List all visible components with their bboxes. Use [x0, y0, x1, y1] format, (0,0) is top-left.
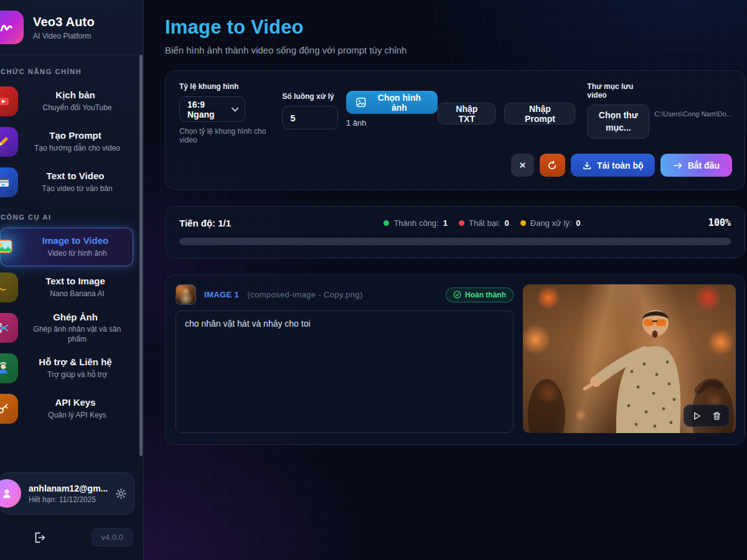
banana-icon — [0, 273, 18, 302]
result-thumbnail — [176, 284, 196, 305]
user-expiry: Hết hạn: 11/12/2025 — [29, 495, 108, 504]
page-title: Image to Video — [165, 16, 745, 39]
trash-icon — [712, 411, 721, 421]
sidebar-item-title: Kịch bản — [17, 90, 133, 101]
key-icon — [0, 394, 18, 424]
aspect-ratio-select[interactable]: 16:9 Ngang — [179, 96, 245, 122]
sidebar-item-text-to-image[interactable]: Text to Image Nano Banana AI — [0, 268, 133, 307]
progress-panel: Tiến độ: 1/1 Thành công: 1 Thất bại: 0 — [165, 206, 745, 258]
status-label: Hoàn thành — [465, 291, 506, 299]
video-preview[interactable] — [523, 284, 736, 433]
page-subtitle: Biến hình ảnh thành video sống động với … — [165, 45, 745, 55]
aspect-ratio-label: Tỷ lệ khung hình — [179, 82, 282, 91]
processing-dot-icon — [520, 220, 526, 226]
actions-row: × Tải toàn bộ Bắt đầu — [179, 154, 732, 177]
legend-processing: Đang xử lý: 0 — [520, 218, 581, 228]
success-value: 1 — [443, 218, 448, 228]
logout-icon[interactable] — [32, 531, 46, 544]
delete-button[interactable] — [708, 408, 725, 423]
image-icon — [0, 232, 19, 262]
sidebar-item-subtitle: Tạo hướng dẫn cho video — [17, 144, 133, 154]
progress-legend: Thành công: 1 Thất bại: 0 Đang xử lý: 0 — [359, 218, 580, 228]
success-dot-icon — [383, 220, 389, 226]
aspect-ratio-value: 16:9 Ngang — [187, 100, 232, 119]
play-icon — [692, 411, 702, 421]
section-label-ai-tools: CÔNG CỤ AI — [0, 203, 143, 226]
app-window: Veo3 Auto AI Video Platform CHỨC NĂNG CH… — [0, 0, 747, 560]
video-controls — [684, 404, 730, 427]
aspect-ratio-hint: Chọn tỷ lệ khung hình cho video — [179, 127, 282, 144]
threads-label: Số luồng xử lý — [282, 92, 346, 101]
threads-input[interactable] — [282, 106, 338, 129]
threads-field: Số luồng xử lý — [282, 92, 346, 129]
result-filename: (composed-image - Copy.png) — [247, 290, 362, 299]
progress-percent: 100% — [708, 217, 731, 228]
prompt-textarea[interactable]: cho nhân vật hát và nhảy cho toi — [176, 310, 514, 433]
sidebar-item-subtitle: Video từ hình ảnh — [18, 249, 133, 259]
pencil-icon — [0, 127, 18, 157]
sidebar-item-title: Ghép Ảnh — [17, 312, 133, 324]
sidebar: Veo3 Auto AI Video Platform CHỨC NĂNG CH… — [0, 0, 144, 560]
legend-fail: Thất bại: 0 — [459, 218, 509, 228]
sidebar-item-subtitle: Trợ giúp và hỗ trợ — [17, 370, 133, 380]
processing-label: Đang xử lý: — [530, 218, 572, 228]
refresh-button[interactable] — [540, 154, 565, 177]
sidebar-item-image-to-video[interactable]: Image to Video Video từ hình ảnh — [0, 228, 133, 266]
processing-value: 0 — [576, 218, 580, 228]
support-agent-icon — [0, 353, 18, 383]
import-txt-button[interactable]: Nhập TXT — [438, 103, 496, 124]
start-label: Bắt đầu — [688, 161, 720, 170]
select-image-label: Chọn hình ảnh — [371, 93, 428, 113]
progress-bar-fill — [179, 238, 731, 245]
gear-icon[interactable] — [115, 488, 127, 500]
sidebar-item-ho-tro[interactable]: Hỗ trợ & Liên hệ Trợ giúp và hỗ trợ — [0, 349, 133, 388]
film-icon — [0, 167, 18, 197]
folder-field: Thư mục lưu video Chọn thư mục... C:\Use… — [587, 82, 732, 139]
app-logo-icon — [0, 11, 24, 44]
download-all-button[interactable]: Tải toàn bộ — [571, 154, 655, 177]
result-panel: IMAGE 1 (composed-image - Copy.png) Hoàn… — [165, 274, 745, 445]
choose-folder-button[interactable]: Chọn thư mục... — [587, 105, 649, 139]
sidebar-item-title: Text to Image — [17, 276, 133, 287]
sidebar-scrollbar[interactable] — [139, 55, 143, 456]
image-count: 1 ảnh — [346, 118, 438, 128]
section-label-main: CHỨC NĂNG CHÍNH — [0, 58, 143, 80]
chevron-down-icon — [232, 107, 238, 112]
import-prompt-button[interactable]: Nhập Prompt — [504, 103, 575, 124]
success-label: Thành công: — [393, 218, 438, 228]
arrow-right-icon — [673, 161, 683, 170]
sidebar-item-ghep-anh[interactable]: Ghép Ảnh Ghép ảnh nhân vật và sản phẩm — [0, 309, 133, 347]
folder-label: Thư mục lưu video — [587, 82, 649, 100]
download-icon — [582, 161, 592, 170]
start-button[interactable]: Bắt đầu — [660, 154, 732, 177]
fail-dot-icon — [459, 220, 464, 226]
image-icon — [356, 97, 366, 108]
user-email: anhlanam12@gm... — [29, 483, 108, 493]
sidebar-item-api-keys[interactable]: API Keys Quản lý API Keys — [0, 390, 133, 428]
fail-value: 0 — [505, 218, 509, 228]
sidebar-item-title: Hỗ trợ & Liên hệ — [17, 357, 133, 368]
sidebar-item-kich-ban[interactable]: Kịch bản Chuyển đổi YouTube — [0, 82, 133, 121]
controls-panel: Tỷ lệ khung hình 16:9 Ngang Chọn tỷ lệ k… — [165, 70, 745, 190]
legend-success: Thành công: 1 — [383, 218, 448, 228]
sidebar-footer: v4.0.0 — [0, 521, 143, 560]
play-button[interactable] — [688, 408, 705, 423]
aspect-ratio-field: Tỷ lệ khung hình 16:9 Ngang Chọn tỷ lệ k… — [179, 82, 282, 144]
youtube-icon — [0, 86, 18, 116]
version-badge: v4.0.0 — [92, 528, 133, 546]
user-card[interactable]: anhlanam12@gm... Hết hạn: 11/12/2025 — [0, 472, 134, 515]
sidebar-item-tao-prompt[interactable]: Tạo Prompt Tạo hướng dẫn cho video — [0, 123, 133, 161]
select-image-field: Chọn hình ảnh 1 ảnh — [346, 91, 438, 128]
sidebar-item-subtitle: Nano Banana AI — [17, 289, 133, 299]
close-button[interactable]: × — [511, 154, 534, 177]
sidebar-item-title: Text to Video — [17, 170, 133, 182]
fail-label: Thất bại: — [469, 218, 500, 228]
main-content: Image to Video Biến hình ảnh thành video… — [144, 0, 747, 560]
select-image-button[interactable]: Chọn hình ảnh — [346, 91, 438, 114]
download-all-label: Tải toàn bộ — [597, 161, 644, 170]
sidebar-item-subtitle: Tạo video từ văn bản — [17, 184, 133, 194]
check-circle-icon — [453, 291, 461, 299]
sidebar-header: Veo3 Auto AI Video Platform — [0, 0, 143, 55]
sidebar-item-title: API Keys — [17, 397, 133, 409]
sidebar-item-text-to-video[interactable]: Text to Video Tạo video từ văn bản — [0, 163, 133, 202]
